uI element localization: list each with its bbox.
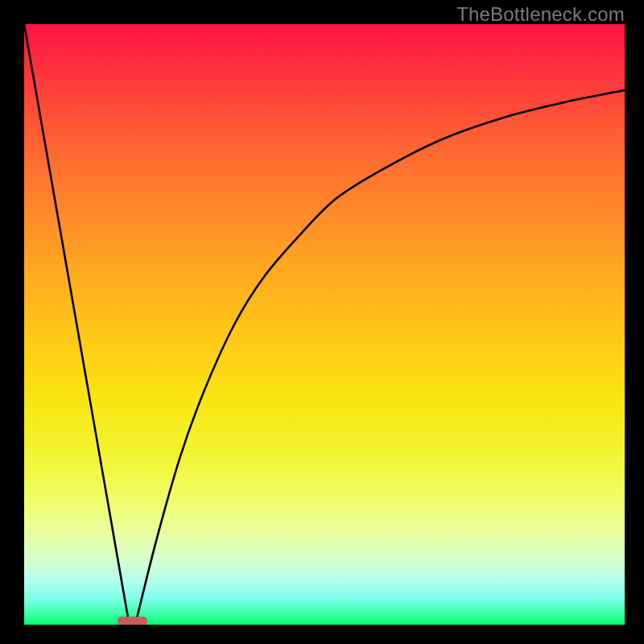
- chart-curve: [24, 24, 625, 625]
- watermark-label: TheBottleneck.com: [456, 3, 625, 26]
- chart-marker: [118, 617, 147, 625]
- chart-plot-area: [24, 24, 625, 625]
- chart-svg: [24, 24, 625, 625]
